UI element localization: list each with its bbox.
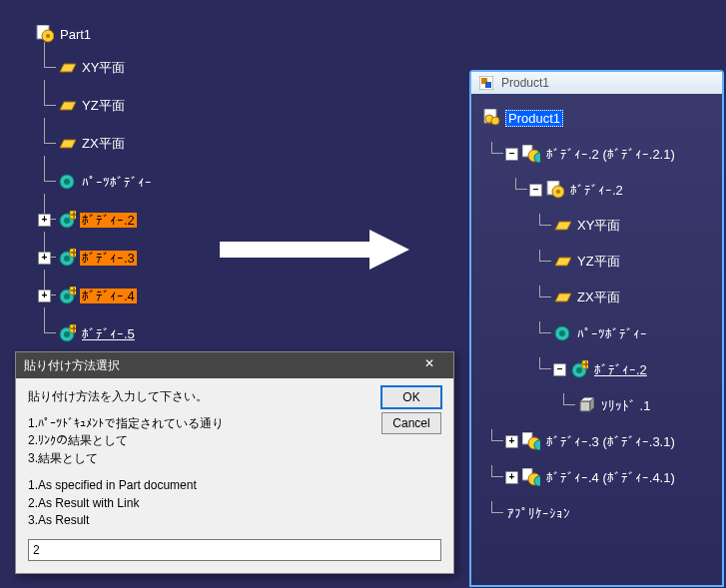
tree-item-label: ﾎﾞﾃﾞｨｰ.2	[592, 362, 649, 377]
body-plus-icon	[58, 211, 76, 229]
tree-item[interactable]: +ﾎﾞﾃﾞｨｰ.2	[36, 208, 154, 232]
svg-point-31	[556, 190, 560, 194]
svg-point-25	[491, 117, 499, 125]
tree-item-label: ﾎﾞﾃﾞｨｰ.3	[80, 251, 137, 266]
tree-item-label: ﾊﾟｰﾂﾎﾞﾃﾞｨｰ	[575, 326, 649, 341]
tree-item[interactable]: +ﾎﾞﾃﾞｨｰ.4	[36, 284, 154, 307]
product-tree: Product1 –ﾎﾞﾃﾞｨｰ.2 (ﾎﾞﾃﾞｨｰ.2.1)–ﾎﾞﾃﾞｨｰ.2…	[483, 106, 726, 525]
dialog-option: 3.As Result	[28, 512, 441, 529]
plane-icon	[553, 289, 571, 306]
svg-marker-5	[60, 140, 76, 148]
tree-item[interactable]: XY平面	[36, 56, 154, 80]
svg-point-45	[534, 440, 540, 450]
dialog-option: 2.ﾘﾝｸの結果として	[28, 432, 441, 449]
dialog-option: 3.結果として	[28, 450, 441, 467]
tree-item[interactable]: ｿﾘｯﾄﾞ .1	[483, 393, 726, 417]
svg-point-28	[534, 153, 540, 163]
tree-item[interactable]: +ﾎﾞﾃﾞｨｰ.3	[36, 246, 154, 270]
plane-icon	[58, 97, 76, 115]
cancel-button[interactable]: Cancel	[381, 412, 441, 434]
svg-marker-4	[60, 102, 76, 110]
svg-marker-33	[555, 258, 571, 266]
tree-item[interactable]: ﾎﾞﾃﾞｨｰ.5	[36, 321, 154, 345]
tree-item-label: ﾎﾞﾃﾞｨｰ.2	[80, 213, 137, 228]
part-icon	[36, 25, 54, 43]
plane-icon	[553, 253, 571, 271]
svg-marker-34	[555, 294, 571, 301]
app-icon	[477, 74, 495, 92]
dialog-titlebar: 貼り付け方法選択 ✕	[16, 352, 453, 378]
paste-dialog: 貼り付け方法選択 ✕ 貼り付け方法を入力して下さい。 OK Cancel 1.ﾊ…	[15, 351, 454, 574]
product-window: Product1 Product1 –ﾎﾞﾃﾞｨｰ.2 (ﾎﾞﾃﾞｨｰ.2.1)…	[469, 70, 724, 587]
tree-item-label: ﾎﾞﾃﾞｨｰ.4	[80, 289, 137, 303]
tree-item[interactable]: YZ平面	[36, 94, 154, 118]
tree-item[interactable]: +ﾎﾞﾃﾞｨｰ.3 (ﾎﾞﾃﾞｨｰ.3.1)	[483, 429, 726, 453]
body-plus-icon	[58, 324, 76, 342]
tree-item[interactable]: ﾊﾟｰﾂﾎﾞﾃﾞｨｰ	[483, 321, 726, 345]
body-plus-icon	[58, 249, 76, 267]
tree-item-label: ﾎﾞﾃﾞｨｰ.2	[568, 183, 625, 198]
tree-item[interactable]: ﾊﾟｰﾂﾎﾞﾃﾞｨｰ	[36, 170, 154, 194]
tree-item-label: ﾎﾞﾃﾞｨｰ.3 (ﾎﾞﾃﾞｨｰ.3.1)	[544, 434, 677, 449]
expand-plus-icon[interactable]: +	[505, 471, 518, 484]
close-icon[interactable]: ✕	[413, 356, 445, 374]
expand-plus-icon[interactable]: +	[38, 214, 51, 227]
part-tree: Part1 XY平面YZ平面ZX平面ﾊﾟｰﾂﾎﾞﾃﾞｨｰ+ﾎﾞﾃﾞｨｰ.2+ﾎﾞ…	[36, 22, 154, 345]
product-sub-icon	[522, 432, 540, 450]
dialog-option: 1.ﾊﾟｰﾂﾄﾞｷｭﾒﾝﾄで指定されている通り	[28, 415, 441, 432]
dialog-options-ja: 1.ﾊﾟｰﾂﾄﾞｷｭﾒﾝﾄで指定されている通り2.ﾘﾝｸの結果として3.結果とし…	[28, 415, 441, 467]
svg-rect-22	[485, 82, 491, 88]
solid-icon	[577, 396, 595, 414]
plane-icon	[58, 135, 76, 153]
tree-item[interactable]: YZ平面	[483, 250, 726, 274]
expand-minus-icon[interactable]: –	[505, 148, 518, 161]
expand-plus-icon[interactable]: +	[38, 252, 51, 265]
tree-item-label: ﾎﾞﾃﾞｨｰ.4 (ﾎﾞﾃﾞｨｰ.4.1)	[544, 470, 677, 485]
part-gear-icon	[546, 181, 564, 199]
tree-root[interactable]: Product1	[483, 106, 726, 130]
tree-item[interactable]: –ﾎﾞﾃﾞｨｰ.2	[483, 357, 726, 381]
expand-minus-icon[interactable]: –	[553, 363, 566, 376]
paste-method-input[interactable]	[28, 539, 441, 561]
svg-point-12	[64, 256, 70, 262]
dialog-option: 2.As Result with Link	[28, 495, 441, 512]
tree-item[interactable]: ZX平面	[483, 286, 726, 309]
tree-item-label: ﾎﾞﾃﾞｨｰ.2 (ﾎﾞﾃﾞｨｰ.2.1)	[544, 147, 677, 162]
tree-item-label: YZ平面	[80, 97, 127, 115]
tree-item[interactable]: ZX平面	[36, 132, 154, 156]
tree-item-label: ｿﾘｯﾄﾞ .1	[599, 398, 652, 413]
dialog-option: 1.As specified in Part document	[28, 477, 441, 494]
dialog-prompt: 貼り付け方法を入力して下さい。	[28, 388, 441, 405]
ok-button[interactable]: OK	[381, 386, 441, 408]
tree-item[interactable]: –ﾎﾞﾃﾞｨｰ.2	[483, 178, 726, 202]
tree-item[interactable]: –ﾎﾞﾃﾞｨｰ.2 (ﾎﾞﾃﾞｨｰ.2.1)	[483, 142, 726, 166]
svg-point-36	[559, 330, 565, 336]
tree-root-label: Part1	[58, 27, 93, 42]
svg-point-15	[64, 294, 70, 299]
expand-minus-icon[interactable]: –	[529, 184, 542, 197]
tree-item[interactable]: +ﾎﾞﾃﾞｨｰ.4 (ﾎﾞﾃﾞｨｰ.4.1)	[483, 465, 726, 489]
tree-item[interactable]: ｱﾌﾟﾘｹｰｼｮﾝ	[483, 501, 726, 525]
tree-item-label: ZX平面	[80, 135, 127, 153]
svg-point-18	[64, 331, 70, 337]
tree-item[interactable]: XY平面	[483, 214, 726, 238]
svg-point-9	[64, 218, 70, 224]
svg-marker-3	[60, 64, 76, 72]
window-title-text: Product1	[501, 76, 549, 90]
arrow-graphic	[220, 230, 419, 270]
plane-icon	[58, 59, 76, 77]
svg-marker-32	[555, 222, 571, 230]
body-icon	[58, 173, 76, 191]
dialog-title-text: 貼り付け方法選択	[24, 357, 120, 374]
expand-plus-icon[interactable]: +	[38, 290, 51, 302]
tree-root[interactable]: Part1	[36, 22, 154, 46]
tree-item-label: ｱﾌﾟﾘｹｰｼｮﾝ	[505, 506, 572, 521]
tree-item-label: ﾎﾞﾃﾞｨｰ.5	[80, 326, 137, 341]
body-plus-icon	[58, 287, 76, 304]
tree-item-label: ZX平面	[575, 289, 622, 306]
window-titlebar: Product1	[471, 72, 722, 94]
tree-item-label: XY平面	[80, 59, 127, 77]
tree-item-label: XY平面	[575, 217, 622, 235]
product-icon	[483, 109, 501, 127]
expand-plus-icon[interactable]: +	[505, 435, 518, 448]
